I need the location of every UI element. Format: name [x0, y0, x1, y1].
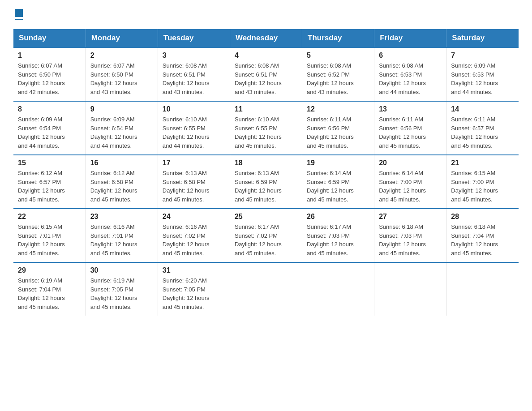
calendar-day-cell: 20 Sunrise: 6:14 AM Sunset: 7:00 PM Dayl… — [374, 155, 446, 209]
day-info: Sunrise: 6:18 AM Sunset: 7:04 PM Dayligh… — [451, 223, 514, 257]
calendar-day-cell: 25 Sunrise: 6:17 AM Sunset: 7:02 PM Dayl… — [230, 209, 302, 262]
day-number: 20 — [379, 159, 442, 167]
day-info: Sunrise: 6:15 AM Sunset: 7:01 PM Dayligh… — [18, 223, 81, 257]
day-number: 12 — [307, 105, 369, 113]
day-number: 14 — [451, 105, 514, 113]
calendar-day-cell: 17 Sunrise: 6:13 AM Sunset: 6:58 PM Dayl… — [158, 155, 230, 209]
day-info: Sunrise: 6:07 AM Sunset: 6:50 PM Dayligh… — [90, 61, 153, 96]
weekday-header-tuesday: Tuesday — [158, 29, 230, 47]
day-info: Sunrise: 6:10 AM Sunset: 6:55 PM Dayligh… — [235, 115, 297, 150]
day-number: 1 — [18, 51, 81, 60]
weekday-header-friday: Friday — [374, 29, 446, 47]
day-number: 30 — [90, 266, 153, 274]
calendar-day-cell: 2 Sunrise: 6:07 AM Sunset: 6:50 PM Dayli… — [86, 47, 158, 101]
day-number: 26 — [307, 213, 369, 221]
day-info: Sunrise: 6:19 AM Sunset: 7:04 PM Dayligh… — [18, 276, 81, 311]
calendar-day-cell: 8 Sunrise: 6:09 AM Sunset: 6:54 PM Dayli… — [13, 101, 86, 155]
day-number: 31 — [163, 266, 225, 274]
calendar-week-5: 29 Sunrise: 6:19 AM Sunset: 7:04 PM Dayl… — [13, 262, 519, 316]
day-number: 24 — [163, 213, 225, 221]
calendar-day-cell: 6 Sunrise: 6:08 AM Sunset: 6:53 PM Dayli… — [374, 47, 446, 101]
day-info: Sunrise: 6:18 AM Sunset: 7:03 PM Dayligh… — [379, 223, 442, 257]
day-number: 9 — [90, 105, 153, 113]
day-number: 8 — [18, 105, 81, 113]
day-number: 23 — [90, 213, 153, 221]
day-number: 29 — [18, 266, 81, 274]
day-number: 13 — [379, 105, 442, 113]
calendar-day-cell: 11 Sunrise: 6:10 AM Sunset: 6:55 PM Dayl… — [230, 101, 302, 155]
day-number: 16 — [90, 159, 153, 167]
calendar-day-cell — [302, 262, 374, 316]
day-number: 5 — [307, 51, 369, 60]
day-info: Sunrise: 6:11 AM Sunset: 6:57 PM Dayligh… — [451, 115, 514, 150]
calendar-day-cell: 16 Sunrise: 6:12 AM Sunset: 6:58 PM Dayl… — [86, 155, 158, 209]
day-number: 22 — [18, 213, 81, 221]
day-info: Sunrise: 6:19 AM Sunset: 7:05 PM Dayligh… — [90, 276, 153, 311]
day-info: Sunrise: 6:11 AM Sunset: 6:56 PM Dayligh… — [307, 115, 369, 150]
page-header — [13, 9, 519, 20]
day-number: 18 — [235, 159, 297, 167]
day-number: 7 — [451, 51, 514, 60]
day-info: Sunrise: 6:12 AM Sunset: 6:57 PM Dayligh… — [18, 169, 81, 204]
calendar-day-cell: 27 Sunrise: 6:18 AM Sunset: 7:03 PM Dayl… — [374, 209, 446, 262]
calendar-day-cell: 28 Sunrise: 6:18 AM Sunset: 7:04 PM Dayl… — [446, 209, 519, 262]
calendar-day-cell: 1 Sunrise: 6:07 AM Sunset: 6:50 PM Dayli… — [13, 47, 86, 101]
calendar-day-cell: 22 Sunrise: 6:15 AM Sunset: 7:01 PM Dayl… — [13, 209, 86, 262]
day-number: 17 — [163, 159, 225, 167]
calendar-day-cell: 15 Sunrise: 6:12 AM Sunset: 6:57 PM Dayl… — [13, 155, 86, 209]
logo-triangle-icon — [15, 9, 23, 17]
day-info: Sunrise: 6:08 AM Sunset: 6:51 PM Dayligh… — [163, 61, 225, 96]
calendar-day-cell — [374, 262, 446, 316]
calendar-day-cell: 10 Sunrise: 6:10 AM Sunset: 6:55 PM Dayl… — [158, 101, 230, 155]
weekday-header-thursday: Thursday — [302, 29, 374, 47]
day-info: Sunrise: 6:09 AM Sunset: 6:54 PM Dayligh… — [18, 115, 81, 150]
calendar-table: SundayMondayTuesdayWednesdayThursdayFrid… — [13, 29, 519, 316]
logo-underline — [15, 19, 23, 20]
day-info: Sunrise: 6:17 AM Sunset: 7:03 PM Dayligh… — [307, 223, 369, 257]
calendar-header: SundayMondayTuesdayWednesdayThursdayFrid… — [13, 29, 519, 47]
day-info: Sunrise: 6:08 AM Sunset: 6:51 PM Dayligh… — [235, 61, 297, 96]
calendar-day-cell: 7 Sunrise: 6:09 AM Sunset: 6:53 PM Dayli… — [446, 47, 519, 101]
calendar-day-cell: 23 Sunrise: 6:16 AM Sunset: 7:01 PM Dayl… — [86, 209, 158, 262]
calendar-day-cell: 3 Sunrise: 6:08 AM Sunset: 6:51 PM Dayli… — [158, 47, 230, 101]
day-info: Sunrise: 6:07 AM Sunset: 6:50 PM Dayligh… — [18, 61, 81, 96]
day-number: 15 — [18, 159, 81, 167]
day-number: 19 — [307, 159, 369, 167]
calendar-day-cell: 31 Sunrise: 6:20 AM Sunset: 7:05 PM Dayl… — [158, 262, 230, 316]
day-info: Sunrise: 6:09 AM Sunset: 6:53 PM Dayligh… — [451, 61, 514, 96]
calendar-day-cell: 19 Sunrise: 6:14 AM Sunset: 6:59 PM Dayl… — [302, 155, 374, 209]
day-info: Sunrise: 6:10 AM Sunset: 6:55 PM Dayligh… — [163, 115, 225, 150]
calendar-day-cell: 26 Sunrise: 6:17 AM Sunset: 7:03 PM Dayl… — [302, 209, 374, 262]
calendar-day-cell: 14 Sunrise: 6:11 AM Sunset: 6:57 PM Dayl… — [446, 101, 519, 155]
day-info: Sunrise: 6:08 AM Sunset: 6:53 PM Dayligh… — [379, 61, 442, 96]
calendar-week-2: 8 Sunrise: 6:09 AM Sunset: 6:54 PM Dayli… — [13, 101, 519, 155]
calendar-day-cell: 24 Sunrise: 6:16 AM Sunset: 7:02 PM Dayl… — [158, 209, 230, 262]
day-number: 21 — [451, 159, 514, 167]
calendar-week-1: 1 Sunrise: 6:07 AM Sunset: 6:50 PM Dayli… — [13, 47, 519, 101]
day-info: Sunrise: 6:09 AM Sunset: 6:54 PM Dayligh… — [90, 115, 153, 150]
day-info: Sunrise: 6:15 AM Sunset: 7:00 PM Dayligh… — [451, 169, 514, 204]
calendar-day-cell: 5 Sunrise: 6:08 AM Sunset: 6:52 PM Dayli… — [302, 47, 374, 101]
weekday-header-monday: Monday — [86, 29, 158, 47]
calendar-day-cell: 9 Sunrise: 6:09 AM Sunset: 6:54 PM Dayli… — [86, 101, 158, 155]
day-info: Sunrise: 6:13 AM Sunset: 6:59 PM Dayligh… — [235, 169, 297, 204]
calendar-day-cell: 29 Sunrise: 6:19 AM Sunset: 7:04 PM Dayl… — [13, 262, 86, 316]
day-info: Sunrise: 6:14 AM Sunset: 6:59 PM Dayligh… — [307, 169, 369, 204]
calendar-body: 1 Sunrise: 6:07 AM Sunset: 6:50 PM Dayli… — [13, 47, 519, 316]
logo — [13, 9, 23, 20]
calendar-day-cell: 18 Sunrise: 6:13 AM Sunset: 6:59 PM Dayl… — [230, 155, 302, 209]
calendar-day-cell: 21 Sunrise: 6:15 AM Sunset: 7:00 PM Dayl… — [446, 155, 519, 209]
day-number: 27 — [379, 213, 442, 221]
day-number: 6 — [379, 51, 442, 60]
calendar-day-cell — [446, 262, 519, 316]
calendar-day-cell: 13 Sunrise: 6:11 AM Sunset: 6:56 PM Dayl… — [374, 101, 446, 155]
calendar-day-cell — [230, 262, 302, 316]
day-number: 4 — [235, 51, 297, 60]
day-number: 11 — [235, 105, 297, 113]
day-info: Sunrise: 6:12 AM Sunset: 6:58 PM Dayligh… — [90, 169, 153, 204]
calendar-week-4: 22 Sunrise: 6:15 AM Sunset: 7:01 PM Dayl… — [13, 209, 519, 262]
day-info: Sunrise: 6:16 AM Sunset: 7:01 PM Dayligh… — [90, 223, 153, 257]
weekday-header-saturday: Saturday — [446, 29, 519, 47]
day-number: 25 — [235, 213, 297, 221]
day-info: Sunrise: 6:13 AM Sunset: 6:58 PM Dayligh… — [163, 169, 225, 204]
